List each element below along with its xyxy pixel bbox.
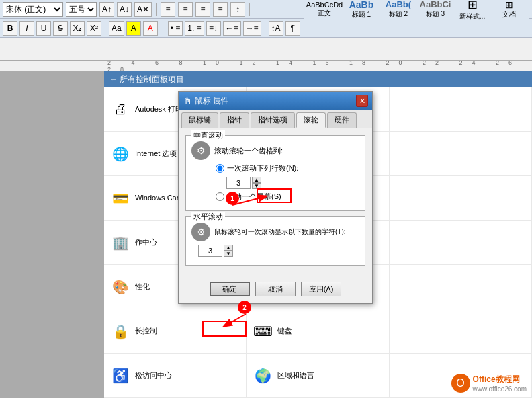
horizontal-scroll-section: 水平滚动 ⚙ 鼠标滚轮可一次滚动显示以下数量的字符(T): ▲ ▼ [185, 216, 365, 266]
subscript-btn[interactable]: X₂ [70, 21, 85, 36]
spin1-down[interactable]: ▼ [252, 183, 261, 189]
numbered-list-btn[interactable]: 1. ≡ [185, 21, 204, 36]
change-case-btn[interactable]: Aa [109, 21, 124, 36]
style-area: AaBbCcDd 正文 AaBb 标题 1 AaBb( 标题 2 AaBbCi … [304, 0, 529, 27]
expand-label: 文档 [502, 10, 516, 19]
style-h1-preview: AaBb [349, 0, 374, 10]
control-panel: ← 所有控制面板项目 🖨 Autodesk 打印件夹管理 📐 Autodesk … [104, 71, 532, 398]
scroll-label: 滚动滚轮一个齿格到: [214, 146, 283, 156]
horiz-wheel-icon: ⚙ [191, 223, 210, 241]
font-grow-btn[interactable]: A↑ [99, 2, 114, 17]
spin2-down[interactable]: ▼ [224, 251, 233, 257]
ruler-marks: 2 4 6 8 10 12 14 16 18 20 22 24 26 28 [107, 59, 532, 73]
tab-pointer-options-label: 指针选项 [258, 116, 287, 124]
increase-indent-btn[interactable]: →≡ [243, 21, 261, 36]
style-heading3[interactable]: AaBbCi 标题 3 [418, 0, 453, 26]
style-h1-label: 标题 1 [352, 10, 371, 19]
radio2-input[interactable] [216, 192, 224, 201]
style-normal[interactable]: AaBbCcDd 正文 [307, 0, 342, 26]
separator3 [105, 22, 105, 35]
highlight-btn[interactable]: A [126, 21, 141, 36]
style-new-icon: ⊞ [468, 0, 478, 12]
align-right-btn[interactable]: ≡ [195, 2, 210, 17]
horiz-label: 鼠标滚轮可一次滚动显示以下数量的字符(T): [214, 227, 346, 237]
spin2-container: ▲ ▼ [198, 245, 359, 257]
tab-mouse-keys[interactable]: 鼠标键 [181, 112, 218, 128]
annotation-circle-1: 1 [226, 192, 239, 205]
spin1-buttons: ▲ ▼ [252, 177, 261, 189]
separator5 [265, 22, 265, 35]
vertical-scroll-section: 垂直滚动 ⚙ 滚动滚轮一个齿格到: 一次滚动下列行数(N): [185, 135, 365, 211]
font-size-select[interactable]: 五号 [66, 2, 97, 17]
style-new[interactable]: ⊞ 新样式... [455, 0, 490, 26]
separator [156, 3, 157, 16]
sort-btn[interactable]: ↕A [269, 21, 283, 36]
annotation-1-num: 1 [230, 195, 234, 202]
style-heading1[interactable]: AaBb 标题 1 [344, 0, 379, 26]
style-normal-label: 正文 [318, 9, 331, 18]
dialog-buttons: 确定 取消 应用(A) [179, 278, 372, 303]
align-left-btn[interactable]: ≡ [161, 2, 175, 17]
bold-btn[interactable]: B [3, 21, 17, 36]
radio1-text: 一次滚动下列行数(N): [227, 163, 298, 173]
style-h2-label: 标题 2 [389, 9, 408, 19]
spin1-input[interactable] [226, 177, 251, 189]
spin2-input[interactable] [198, 245, 222, 257]
scroll-wheel-icon: ⚙ [191, 141, 210, 160]
apply-button[interactable]: 应用(A) [301, 282, 341, 296]
cancel-button[interactable]: 取消 [255, 282, 296, 296]
tab-hardware[interactable]: 硬件 [327, 112, 357, 128]
annotation-2-num: 2 [242, 304, 247, 311]
spin2-buttons: ▲ ▼ [224, 245, 233, 257]
scroll-wheel-row: ⚙ 滚动滚轮一个齿格到: [191, 141, 359, 160]
ok-button[interactable]: 确定 [210, 282, 250, 296]
style-expand[interactable]: ⊞ 文档 [492, 0, 527, 26]
mouse-dialog: 🖱 鼠标 属性 ✕ 鼠标键 指针 指针选项 [178, 91, 373, 304]
expand-icon: ⊞ [505, 0, 513, 10]
strikethrough-btn[interactable]: S̶ [53, 21, 68, 36]
tab-pointer-options[interactable]: 指针选项 [251, 112, 295, 128]
tab-wheel-label: 滚轮 [304, 116, 318, 124]
multilevel-list-btn[interactable]: ≡↓ [206, 21, 221, 36]
superscript-btn[interactable]: X² [87, 21, 101, 36]
font-color-btn[interactable]: A [143, 21, 158, 36]
font-family-select[interactable]: 宋体 (正文) [3, 2, 63, 17]
clear-format-btn[interactable]: A✕ [134, 2, 152, 17]
style-h2-preview: AaBb( [386, 0, 411, 9]
separator2 [249, 3, 250, 16]
tab-pointers-label: 指针 [227, 116, 242, 124]
justify-btn[interactable]: ≡ [213, 2, 228, 17]
spin1-up[interactable]: ▲ [252, 177, 261, 183]
svg-line-2 [224, 314, 246, 326]
italic-btn[interactable]: I [19, 21, 34, 36]
document-area [0, 71, 104, 398]
ok-highlight-box [202, 321, 247, 337]
style-h3-preview: AaBbCi [420, 0, 451, 9]
font-shrink-btn[interactable]: A↓ [117, 2, 132, 17]
annotation-circle-2: 2 [238, 301, 251, 314]
radio1-row: 一次滚动下列行数(N): [191, 163, 359, 173]
underline-btn[interactable]: U [36, 21, 51, 36]
line-spacing-btn[interactable]: ↕ [230, 2, 245, 17]
vertical-scroll-title: 垂直滚动 [191, 130, 225, 141]
tab-wheel[interactable]: 滚轮 [296, 112, 326, 128]
dialog-titlebar: 🖱 鼠标 属性 ✕ [179, 92, 372, 110]
radio1-label[interactable]: 一次滚动下列行数(N): [216, 163, 298, 173]
tab-pointers[interactable]: 指针 [220, 112, 249, 128]
dialog-overlay: 🖱 鼠标 属性 ✕ 鼠标键 指针 指针选项 [104, 71, 532, 398]
toolbar-row1: 宋体 (正文) 五号 A↑ A↓ A✕ ≡ ≡ ≡ ≡ ↕ AaBbCcDd 正… [0, 0, 532, 19]
dialog-title-text: 鼠标 属性 [195, 95, 353, 107]
radio1-input[interactable] [216, 164, 224, 173]
align-center-btn[interactable]: ≡ [178, 2, 193, 17]
style-new-label: 新样式... [459, 12, 485, 22]
decrease-indent-btn[interactable]: ←≡ [223, 21, 241, 36]
style-heading2[interactable]: AaBb( 标题 2 [381, 0, 416, 26]
show-marks-btn[interactable]: ¶ [285, 21, 300, 36]
spin2-up[interactable]: ▲ [224, 245, 233, 251]
dialog-content: 垂直滚动 ⚙ 滚动滚轮一个齿格到: 一次滚动下列行数(N): [179, 128, 372, 278]
separator4 [163, 22, 163, 35]
main-area: ← 所有控制面板项目 🖨 Autodesk 打印件夹管理 📐 Autodesk … [0, 71, 532, 398]
dialog-close-button[interactable]: ✕ [356, 95, 368, 107]
bullet-list-btn[interactable]: • ≡ [168, 21, 183, 36]
tab-hardware-label: 硬件 [335, 116, 349, 124]
